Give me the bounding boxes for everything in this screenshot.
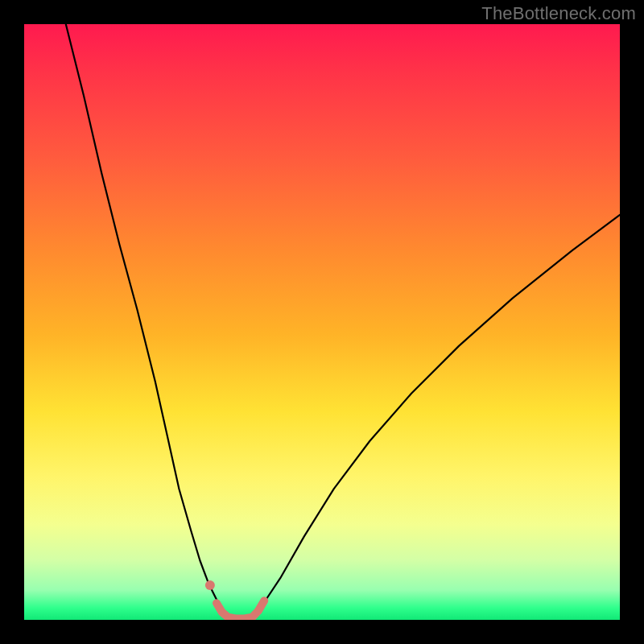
curve-layer (24, 24, 620, 620)
watermark-text: TheBottleneck.com (481, 3, 636, 24)
highlight-dot-left (205, 580, 215, 590)
series-left-branch (66, 24, 229, 618)
series-right-branch (250, 215, 620, 618)
plot-area (24, 24, 620, 620)
valley-highlight (217, 601, 264, 618)
chart-frame: TheBottleneck.com (0, 0, 644, 644)
